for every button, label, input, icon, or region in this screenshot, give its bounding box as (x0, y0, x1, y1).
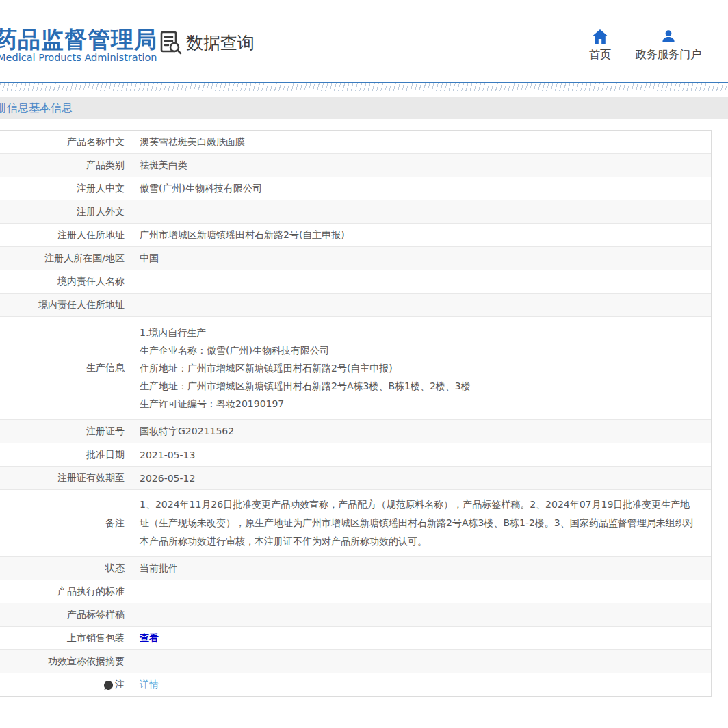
row-label: 备注 (0, 490, 133, 556)
table-row: 注册证有效期至 2026-05-12 (0, 467, 711, 490)
production-line: 生产企业名称：傲雪(广州)生物科技有限公司 (140, 341, 697, 359)
registration-info-table: 产品名称中文 澳芙雪祛斑美白嫩肤面膜 产品类别 祛斑美白类 注册人中文 傲雪(广… (0, 130, 712, 697)
row-value (133, 294, 711, 316)
row-value (133, 650, 711, 673)
row-value: 2026-05-12 (133, 467, 711, 489)
page-title: 册信息基本信息 (0, 101, 73, 116)
row-value (133, 603, 711, 626)
row-value: 2021-05-13 (133, 443, 711, 466)
row-value: 国妆特字G20211562 (133, 420, 711, 443)
row-value: 1.境内自行生产 生产企业名称：傲雪(广州)生物科技有限公司 住所地址：广州市增… (133, 317, 711, 419)
note-label: 注 (115, 679, 125, 691)
table-row: 产品类别 祛斑美白类 (0, 154, 711, 177)
table-row-note: 注 详情 (0, 673, 711, 696)
doc-search-icon (159, 30, 183, 55)
row-label: 上市销售包装 (0, 627, 133, 649)
table-row: 注册人中文 傲雪(广州)生物科技有限公司 (0, 177, 711, 200)
table-row: 注册人外文 (0, 200, 711, 224)
row-value: 当前批件 (133, 557, 711, 580)
table-row: 注册人住所地址 广州市增城区新塘镇瑶田村石新路2号(自主申报) (0, 224, 711, 247)
row-value: 澳芙雪祛斑美白嫩肤面膜 (133, 131, 711, 153)
row-label: 产品名称中文 (0, 131, 133, 153)
table-row: 注册人所在国/地区 中国 (0, 247, 711, 270)
row-label: 生产信息 (0, 317, 133, 419)
user-icon (660, 29, 677, 44)
row-label: 状态 (0, 557, 133, 580)
note-detail-link[interactable]: 详情 (140, 679, 159, 691)
data-query-label: 数据查询 (186, 31, 255, 54)
nav-item-home[interactable]: 首页 (584, 29, 616, 62)
row-label: 功效宣称依据摘要 (0, 650, 133, 673)
row-label: 注册证号 (0, 420, 133, 443)
view-packaging-link[interactable]: 查看 (140, 632, 159, 645)
row-label: 境内责任人名称 (0, 270, 133, 293)
table-row: 批准日期 2021-05-13 (0, 443, 711, 467)
row-value: 傲雪(广州)生物科技有限公司 (133, 177, 711, 200)
production-line: 住所地址：广州市增城区新塘镇瑶田村石新路2号(自主申报) (140, 359, 697, 377)
row-value: 查看 (133, 627, 711, 649)
production-line: 生产许可证编号：粤妆20190197 (140, 395, 697, 413)
logo-title-cn: 药品监督管理局 (0, 25, 157, 55)
data-query-section[interactable]: 数据查询 (159, 30, 255, 55)
table-row-packaging: 上市销售包装 查看 (0, 627, 711, 650)
row-label: 注 (0, 673, 133, 696)
table-row: 注册证号 国妆特字G20211562 (0, 420, 711, 443)
row-label: 批准日期 (0, 443, 133, 466)
table-row: 状态 当前批件 (0, 557, 711, 580)
nav-home-label: 首页 (589, 48, 611, 62)
production-line: 生产地址：广州市增城区新塘镇瑶田村石新路2号A栋3楼、B栋1楼、2楼、3楼 (140, 377, 697, 395)
row-label: 产品标签样稿 (0, 603, 133, 626)
table-row: 功效宣称依据摘要 (0, 650, 711, 673)
row-value: 广州市增城区新塘镇瑶田村石新路2号(自主申报) (133, 224, 711, 246)
row-value: 详情 (133, 673, 711, 696)
row-value: 祛斑美白类 (133, 154, 711, 177)
production-line: 1.境内自行生产 (140, 324, 697, 341)
row-label: 注册人所在国/地区 (0, 247, 133, 270)
row-label: 产品执行的标准 (0, 580, 133, 603)
table-row: 产品标签样稿 (0, 603, 711, 627)
table-row: 产品名称中文 澳芙雪祛斑美白嫩肤面膜 (0, 131, 711, 154)
row-label: 注册人外文 (0, 200, 133, 223)
table-row: 产品执行的标准 (0, 580, 711, 603)
row-value: 1、2024年11月26日批准变更产品功效宣称，产品配方（规范原料名称），产品标… (133, 490, 711, 556)
table-row: 境内责任人名称 (0, 270, 711, 294)
table-row-production-info: 生产信息 1.境内自行生产 生产企业名称：傲雪(广州)生物科技有限公司 住所地址… (0, 317, 711, 420)
row-value (133, 580, 711, 603)
home-icon (592, 29, 608, 44)
header-stripe-band (0, 83, 728, 91)
site-header: 药品监督管理局 Medical Products Administration … (0, 0, 728, 82)
nav-item-portal[interactable]: 政务服务门户 (633, 29, 704, 62)
table-row-remarks: 备注 1、2024年11月26日批准变更产品功效宣称，产品配方（规范原料名称），… (0, 490, 711, 557)
note-icon (104, 681, 113, 690)
row-value: 中国 (133, 247, 711, 270)
table-row: 境内责任人住所地址 (0, 294, 711, 317)
row-value (133, 270, 711, 293)
section-title-bar: 册信息基本信息 (0, 97, 728, 119)
row-label: 注册人住所地址 (0, 224, 133, 246)
row-label: 注册人中文 (0, 177, 133, 200)
nav-portal-label: 政务服务门户 (636, 48, 701, 62)
logo-title-en: Medical Products Administration (0, 52, 157, 63)
row-label: 注册证有效期至 (0, 467, 133, 489)
row-value (133, 200, 711, 223)
row-label: 境内责任人住所地址 (0, 294, 133, 316)
row-label: 产品类别 (0, 154, 133, 177)
